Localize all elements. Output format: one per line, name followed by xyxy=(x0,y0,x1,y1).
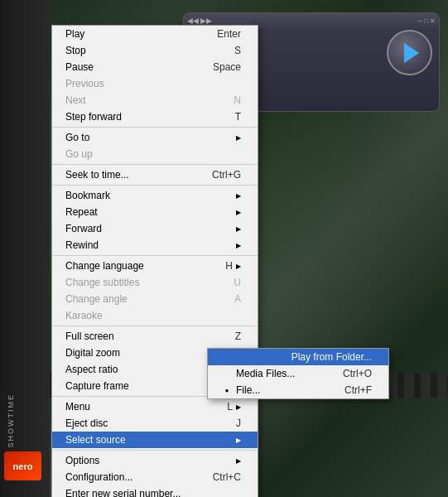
menu-separator xyxy=(52,450,258,451)
submenu-item-media-files---[interactable]: Media Files...Ctrl+O xyxy=(208,365,388,382)
menu-item-stop[interactable]: StopS xyxy=(52,42,258,59)
menu-item-shortcut: A xyxy=(234,293,241,305)
select-source-submenu: Play from Folder...Media Files...Ctrl+O●… xyxy=(207,348,389,399)
menu-item-enter-new-serial-number---[interactable]: Enter new serial number... xyxy=(52,485,258,497)
menu-item-configuration---[interactable]: Configuration...Ctrl+C xyxy=(52,469,258,485)
menu-item-shortcut: Space xyxy=(213,61,241,73)
menu-item-label: Seek to time... xyxy=(65,169,195,181)
submenu-item-play-from-folder---[interactable]: Play from Folder... xyxy=(208,349,388,365)
menu-item-label: Previous xyxy=(65,78,241,89)
menu-item-forward[interactable]: Forward▶ xyxy=(52,220,258,237)
menu-item-label: Next xyxy=(65,94,217,106)
submenu-arrow-icon: ▶ xyxy=(236,192,241,200)
menu-item-shortcut: S xyxy=(234,45,241,56)
submenu-arrow-icon: ▶ xyxy=(236,242,241,249)
menu-item-label: Options xyxy=(65,455,233,466)
submenu-arrow-icon: ▶ xyxy=(236,457,241,465)
menu-item-eject-disc[interactable]: Eject discJ xyxy=(52,415,258,432)
menu-item-label: Change angle xyxy=(65,293,218,305)
menu-item-bookmark[interactable]: Bookmark▶ xyxy=(52,187,258,204)
menu-item-change-subtitles: Change subtitlesU xyxy=(52,274,258,291)
submenu-item-label: Play from Folder... xyxy=(291,351,372,363)
menu-item-go-to[interactable]: Go to▶ xyxy=(52,129,258,146)
submenu-item-shortcut: Ctrl+F xyxy=(344,384,372,396)
showtime-label: SHOWTIME xyxy=(7,393,15,448)
menu-item-label: Play xyxy=(65,28,200,40)
submenu-item-label: File... xyxy=(236,384,260,396)
big-play-button[interactable] xyxy=(387,30,432,75)
submenu-item-file---[interactable]: ●File...Ctrl+F xyxy=(208,382,388,398)
menu-item-go-up: Go up xyxy=(52,146,258,162)
submenu-item-label: Media Files... xyxy=(236,368,295,379)
menu-item-shortcut: N xyxy=(234,94,241,106)
menu-item-label: Menu xyxy=(65,401,210,413)
submenu-arrow-icon: ▶ xyxy=(236,225,241,233)
menu-item-label: Pause xyxy=(65,61,196,73)
submenu-arrow-icon: ▶ xyxy=(236,403,241,411)
menu-item-label: Enter new serial number... xyxy=(65,488,241,497)
menu-item-play[interactable]: PlayEnter xyxy=(52,26,258,42)
menu-item-next: NextN xyxy=(52,92,258,109)
check-icon: ● xyxy=(221,387,233,394)
context-menu: PlayEnterStopSPauseSpacePreviousNextNSte… xyxy=(51,25,258,497)
menu-item-label: Eject disc xyxy=(65,417,219,429)
menu-item-label: Capture frame xyxy=(65,380,217,392)
menu-item-previous: Previous xyxy=(52,75,258,92)
menu-item-label: Go up xyxy=(65,148,241,160)
play-icon xyxy=(404,43,419,63)
menu-item-shortcut: J xyxy=(236,417,241,429)
submenu-arrow-icon: ▶ xyxy=(236,134,241,142)
menu-item-change-language[interactable]: Change languageH▶ xyxy=(52,258,258,274)
menu-item-label: Configuration... xyxy=(65,471,196,483)
menu-item-label: Full screen xyxy=(65,331,219,342)
menu-item-options[interactable]: Options▶ xyxy=(52,452,258,469)
submenu-arrow-icon: ▶ xyxy=(236,263,241,270)
menu-item-rewind[interactable]: Rewind▶ xyxy=(52,237,258,253)
menu-separator xyxy=(52,185,258,186)
menu-item-label: Bookmark xyxy=(65,190,233,201)
menu-item-label: Go to xyxy=(65,132,233,143)
menu-item-label: Change language xyxy=(65,260,209,272)
menu-item-pause[interactable]: PauseSpace xyxy=(52,59,258,75)
menu-separator xyxy=(52,127,258,128)
menu-item-shortcut: Enter xyxy=(217,28,241,40)
menu-item-label: Rewind xyxy=(65,239,233,251)
menu-item-label: Karaoke xyxy=(65,310,241,321)
menu-item-shortcut: Ctrl+G xyxy=(212,169,241,181)
menu-item-full-screen[interactable]: Full screenZ xyxy=(52,328,258,345)
menu-item-change-angle: Change angleA xyxy=(52,291,258,307)
menu-item-menu[interactable]: MenuL▶ xyxy=(52,398,258,415)
menu-item-label: Repeat xyxy=(65,206,233,218)
menu-item-label: Select source xyxy=(65,434,233,446)
menu-item-shortcut: Ctrl+C xyxy=(213,471,241,483)
menu-item-label: Digital zoom xyxy=(65,347,217,359)
submenu-arrow-icon: ▶ xyxy=(236,437,241,444)
nero-sidebar: SHOWTIME nero xyxy=(0,0,50,497)
nero-logo: nero xyxy=(4,451,41,480)
menu-item-shortcut: T xyxy=(235,111,241,123)
menu-item-step-forward[interactable]: Step forwardT xyxy=(52,109,258,125)
menu-separator xyxy=(52,164,258,165)
menu-item-label: Step forward xyxy=(65,111,219,123)
menu-item-seek-to-time---[interactable]: Seek to time...Ctrl+G xyxy=(52,166,258,183)
menu-item-shortcut: Z xyxy=(235,331,241,342)
menu-item-shortcut: U xyxy=(234,277,241,288)
submenu-item-shortcut: Ctrl+O xyxy=(343,368,372,379)
menu-separator xyxy=(52,255,258,256)
menu-item-repeat[interactable]: Repeat▶ xyxy=(52,204,258,220)
menu-separator xyxy=(52,326,258,326)
menu-item-label: Change subtitles xyxy=(65,277,217,288)
menu-item-shortcut: L xyxy=(227,401,233,413)
submenu-arrow-icon: ▶ xyxy=(236,209,241,216)
menu-item-shortcut: H xyxy=(225,260,233,272)
menu-item-select-source[interactable]: Select source▶ xyxy=(52,432,258,448)
menu-item-karaoke: Karaoke xyxy=(52,307,258,324)
menu-item-label: Forward xyxy=(65,223,233,234)
menu-item-label: Stop xyxy=(65,45,218,56)
